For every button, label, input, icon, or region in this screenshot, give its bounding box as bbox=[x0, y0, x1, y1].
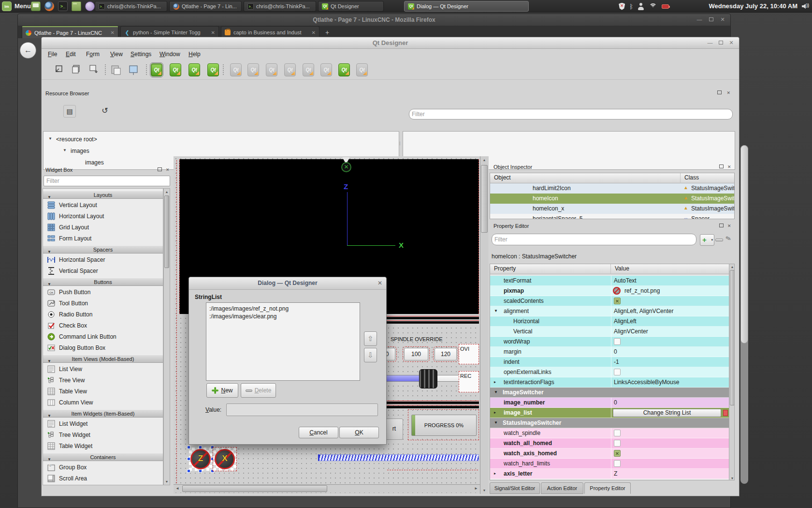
property-filter-input[interactable] bbox=[492, 234, 696, 245]
property-scrollbar[interactable]: ▲▼ bbox=[729, 264, 735, 480]
expander-closed-icon[interactable]: ▸ bbox=[494, 380, 496, 384]
widget-box-scrollbar[interactable]: ▲ ▼ bbox=[163, 188, 170, 485]
volume-icon[interactable] bbox=[802, 3, 809, 10]
checkbox-checked[interactable] bbox=[614, 298, 621, 304]
menu-edit[interactable]: Edit bbox=[66, 51, 76, 58]
widget-item-table-widget[interactable]: Table Widget bbox=[43, 441, 163, 452]
widget-item-push-button[interactable]: OKPush Button bbox=[43, 287, 163, 298]
scroll-up-icon[interactable]: ▲ bbox=[480, 158, 488, 162]
widget-item-horizontal-layout[interactable]: Horizontal Layout bbox=[43, 211, 163, 222]
reset-property-button[interactable] bbox=[723, 410, 728, 416]
tab-property-editor[interactable]: Property Editor bbox=[584, 482, 631, 494]
taskbar-window-1[interactable]: >_chris@chris-ThinkPa... bbox=[95, 1, 167, 12]
resource-filter-input[interactable] bbox=[409, 109, 733, 120]
back-icon[interactable]: ← bbox=[20, 42, 36, 59]
column-header-value[interactable]: Value bbox=[611, 264, 735, 274]
cancel-button[interactable]: Cancel bbox=[299, 427, 338, 438]
bluetooth-icon[interactable]: ᛒ bbox=[629, 3, 633, 10]
taskbar-window-3[interactable]: >_chris@chris-ThinkPa... bbox=[244, 1, 316, 12]
form-vscroll-thumb[interactable] bbox=[481, 165, 488, 233]
home-z-icon[interactable]: Z bbox=[189, 448, 212, 471]
object-inspector-float-icon[interactable] bbox=[719, 164, 724, 169]
record-button[interactable]: REC bbox=[459, 371, 479, 392]
dialog-titlebar[interactable]: Dialog — Qt Designer bbox=[189, 277, 386, 290]
property-row-watch_axis_homed[interactable]: watch_axis_homed bbox=[490, 448, 729, 459]
widget-stack-icon[interactable] bbox=[110, 64, 122, 76]
firefox-titlebar[interactable]: Qtlathe - Page 7 - LinuxCNC - Mozilla Fi… bbox=[18, 14, 730, 26]
expander-open-icon[interactable]: ▼ bbox=[494, 309, 498, 313]
configure-icon[interactable]: ✎ bbox=[725, 234, 732, 243]
widget-item-radio-button[interactable]: Radio Button bbox=[43, 309, 163, 320]
delete-button[interactable]: Delete bbox=[241, 383, 276, 398]
widget-box-filter-input[interactable] bbox=[44, 176, 170, 186]
new-tab-icon[interactable]: + bbox=[325, 29, 329, 36]
property-row-textInteractionFlags[interactable]: ▸textInteractionFlagsLinksAccessibleByMo… bbox=[490, 377, 729, 388]
widget-item-list-widget[interactable]: List Widget bbox=[43, 418, 163, 430]
qt-minimize-icon[interactable]: — bbox=[706, 40, 714, 45]
taskbar-window-4[interactable]: QtQt Designer bbox=[318, 1, 384, 12]
qt-tool-button-9[interactable]: Qt bbox=[170, 63, 181, 76]
form-horizontal-scrollbar[interactable]: ◄ ► bbox=[174, 484, 480, 493]
background-scrollbar-thumb[interactable] bbox=[740, 145, 748, 344]
property-row-Vertical[interactable]: VerticalAlignVCenter bbox=[490, 327, 729, 337]
widget-box-float-icon[interactable] bbox=[158, 167, 162, 172]
tab-close-icon[interactable]: ✕ bbox=[111, 30, 115, 35]
selection-handle[interactable] bbox=[187, 469, 190, 473]
window-down-icon[interactable] bbox=[88, 64, 101, 76]
cascade-windows-icon[interactable] bbox=[71, 64, 84, 76]
expander-open-icon[interactable]: ▼ bbox=[494, 420, 498, 425]
form-vertical-scrollbar[interactable]: ▲ ▼ bbox=[480, 156, 488, 494]
widget-category-spacers[interactable]: ▼Spacers bbox=[43, 245, 163, 254]
menu-window[interactable]: Window bbox=[160, 51, 180, 58]
object-row-homeIcon_x[interactable]: homeIcon_x▲StatusImageSwitcher bbox=[490, 204, 734, 214]
widget-category-containers[interactable]: ▼Containers bbox=[43, 453, 163, 461]
property-row-pixmap[interactable]: pixmapref_z_not.png bbox=[490, 286, 729, 296]
change-string-list-button[interactable]: Change String List bbox=[613, 409, 721, 417]
qt-tool-button-8[interactable]: Qt bbox=[151, 63, 162, 76]
checkbox-unchecked[interactable] bbox=[614, 460, 621, 467]
qt-tool-button-18[interactable]: Qt bbox=[320, 63, 332, 76]
widget-item-horizontal-spacer[interactable]: Horizontal Spacer bbox=[43, 254, 163, 266]
tab-close-icon[interactable]: ✕ bbox=[211, 30, 215, 35]
checkbox-unchecked[interactable] bbox=[614, 338, 621, 345]
terminal-launcher-icon[interactable]: >_ bbox=[58, 1, 68, 11]
expander-open-icon[interactable]: ▼ bbox=[494, 390, 498, 394]
dock-window-icon[interactable] bbox=[54, 64, 67, 76]
resource-tree-item[interactable]: ▼images bbox=[44, 146, 399, 157]
menu-view[interactable]: View bbox=[110, 51, 123, 58]
resource-tree-item[interactable]: ▼<resource root> bbox=[44, 134, 399, 145]
battery-icon[interactable] bbox=[662, 4, 669, 9]
property-row-scaledContents[interactable]: scaledContents bbox=[490, 296, 729, 306]
widget-blue-icon[interactable] bbox=[127, 64, 140, 76]
property-scrollbar-thumb[interactable] bbox=[730, 270, 735, 405]
checkbox-unchecked[interactable] bbox=[614, 369, 621, 375]
home-x-icon[interactable]: X bbox=[213, 448, 236, 471]
column-header-class[interactable]: Class bbox=[681, 173, 735, 183]
form-hscroll-thumb[interactable] bbox=[182, 485, 327, 492]
firefox-maximize-icon[interactable] bbox=[707, 16, 715, 22]
tab-close-icon[interactable]: ✕ bbox=[312, 30, 316, 35]
clock[interactable]: Wednesday July 22, 10:40 AM bbox=[709, 2, 798, 10]
widget-item-group-box[interactable]: GGroup Box bbox=[43, 462, 163, 473]
widget-item-dialog-button-box[interactable]: Dialog Button Box bbox=[43, 343, 163, 354]
widget-item-table-view[interactable]: Table View bbox=[43, 386, 163, 397]
expander-icon[interactable]: ▼ bbox=[63, 148, 67, 152]
qt-maximize-icon[interactable] bbox=[717, 40, 725, 45]
menu-form[interactable]: Form bbox=[86, 51, 100, 58]
scroll-down-icon[interactable]: ▼ bbox=[729, 477, 735, 480]
selection-handle[interactable] bbox=[187, 446, 190, 449]
qt-tool-button-14[interactable]: Qt bbox=[247, 63, 259, 76]
widget-item-scroll-area[interactable]: Scroll Area bbox=[43, 473, 163, 484]
expander-icon[interactable]: ▼ bbox=[48, 136, 52, 141]
qt-tool-button-17[interactable]: Qt bbox=[303, 63, 314, 76]
qt-tool-button-11[interactable]: Qt bbox=[207, 63, 219, 76]
scroll-right-icon[interactable]: ► bbox=[474, 486, 478, 491]
property-row-Horizontal[interactable]: HorizontalAlignLeft bbox=[490, 316, 729, 327]
pidgin-launcher-icon[interactable] bbox=[85, 1, 95, 11]
widget-item-vertical-layout[interactable]: Vertical Layout bbox=[43, 200, 163, 211]
reload-resources-icon[interactable]: ↺ bbox=[99, 105, 111, 118]
menu-button[interactable]: Menu bbox=[14, 2, 31, 10]
spindle-override-button-100[interactable]: 100 bbox=[404, 348, 428, 360]
override-limits-button[interactable]: OVI bbox=[459, 344, 479, 364]
scroll-up-icon[interactable]: ▲ bbox=[164, 190, 170, 194]
